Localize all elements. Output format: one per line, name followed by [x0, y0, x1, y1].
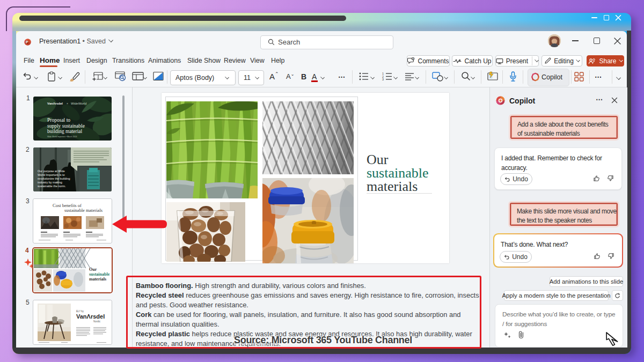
svg-text:×: ×: [67, 102, 68, 105]
svg-text:Proposal to: Proposal to: [47, 117, 70, 123]
svg-text:ELY by: ELY by: [76, 310, 84, 313]
svg-text:Our purpose at Wide: Our purpose at Wide: [38, 169, 65, 173]
svg-text:P: P: [26, 40, 28, 45]
svg-text:Our: Our: [89, 267, 97, 272]
svg-text:VanΛrsdel: VanΛrsdel: [76, 313, 105, 320]
svg-text:World Importers is to: World Importers is to: [38, 173, 65, 176]
svg-text:materials: materials: [89, 277, 106, 282]
svg-text:Nordic: Nordic: [93, 320, 101, 323]
svg-text:industry by making: industry by making: [38, 181, 62, 184]
svg-text:Wide World Importers • March 2: Wide World Importers • March 2024: [47, 136, 77, 138]
svg-text:sustainable the norm.: sustainable the norm.: [38, 184, 66, 188]
svg-text:supply sustainable: supply sustainable: [47, 123, 85, 129]
svg-text:@: @: [412, 57, 415, 60]
svg-text:WideWorld: WideWorld: [71, 102, 86, 105]
svg-text:revolutionize the building: revolutionize the building: [38, 177, 70, 180]
svg-text:building material: building material: [47, 129, 83, 134]
svg-text:sustainable materials: sustainable materials: [64, 208, 103, 213]
svg-text:3: 3: [382, 78, 384, 81]
svg-text:VanΛrsdel: VanΛrsdel: [47, 102, 63, 105]
svg-text:sustainable: sustainable: [89, 272, 110, 277]
